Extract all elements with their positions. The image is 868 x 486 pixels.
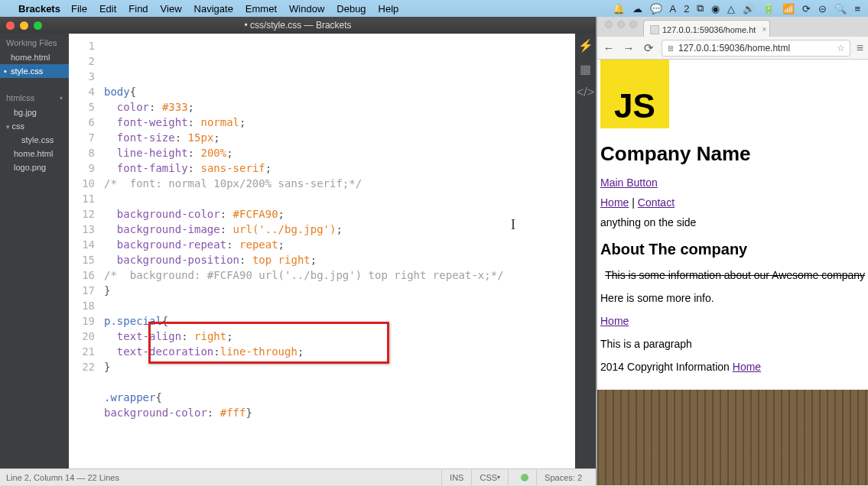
file-style-css[interactable]: style.css xyxy=(0,133,69,147)
url-text: 127.0.0.1:59036/home.html xyxy=(678,43,790,53)
minimize-window-button[interactable] xyxy=(20,21,28,30)
status-spaces[interactable]: Spaces: 2 xyxy=(536,469,590,485)
chrome-window-controls xyxy=(602,21,643,33)
active-line-highlight xyxy=(101,53,575,69)
window-controls xyxy=(0,21,42,30)
dropbox-icon[interactable]: ⧉ xyxy=(697,2,704,15)
working-file-style[interactable]: style.css xyxy=(0,64,69,78)
nav-home-link[interactable]: Home xyxy=(600,196,629,209)
main-button-link[interactable]: Main Button xyxy=(600,177,658,189)
menu-navigate[interactable]: Navigate xyxy=(194,3,233,15)
footer-text: 2014 Copyright Information Home xyxy=(600,361,865,373)
extension-icon[interactable]: ▦ xyxy=(580,62,591,76)
num-icon: 2 xyxy=(684,3,689,15)
chrome-menu-button[interactable]: ≡ xyxy=(857,41,863,55)
browser-tab[interactable]: 127.0.0.1:59036/home.ht × xyxy=(643,20,770,37)
logo-text: JS xyxy=(614,87,655,125)
adobe-icon[interactable]: A xyxy=(670,3,677,15)
wifi-icon[interactable]: 📶 xyxy=(782,3,795,15)
plain-paragraph: This is a paragraph xyxy=(600,338,865,350)
battery-icon[interactable]: 🔋 xyxy=(762,3,775,15)
brackets-titlebar[interactable]: • css/style.css — Brackets xyxy=(0,17,596,34)
folder-css[interactable]: css xyxy=(0,119,69,133)
status-ins[interactable]: INS xyxy=(441,469,471,485)
file-logo-png[interactable]: logo.png xyxy=(0,160,69,174)
chevron-down-icon: ▾ xyxy=(60,95,63,102)
file-home-html[interactable]: home.html xyxy=(0,147,69,160)
strike-paragraph: This is some information about our Aweso… xyxy=(600,269,865,281)
bookmark-star-icon[interactable]: ☆ xyxy=(837,43,845,53)
address-bar[interactable]: 🗎 127.0.0.1:59036/home.html ☆ xyxy=(662,40,850,57)
back-button[interactable]: ← xyxy=(602,41,616,55)
status-indicator xyxy=(508,469,536,485)
menu-emmet[interactable]: Emmet xyxy=(245,3,277,15)
sidebar: Working Files home.html style.css htmlcs… xyxy=(0,34,69,468)
close-window-button[interactable] xyxy=(605,21,613,28)
section-heading: About The company xyxy=(600,241,865,258)
close-window-button[interactable] xyxy=(6,21,15,30)
volume-icon[interactable]: 🔊 xyxy=(743,3,755,15)
cloud-icon[interactable]: ☁ xyxy=(632,3,642,15)
chrome-window: 127.0.0.1:59036/home.ht × ← → ⟳ 🗎 127.0.… xyxy=(597,17,868,485)
page-title: Company Name xyxy=(600,142,865,166)
chrome-tabstrip: 127.0.0.1:59036/home.ht × xyxy=(597,17,868,37)
tab-title: 127.0.0.1:59036/home.ht xyxy=(662,25,756,34)
page-viewport: JS Company Name Main Button Home | Conta… xyxy=(597,60,868,485)
page-content: JS Company Name Main Button Home | Conta… xyxy=(597,60,868,390)
code-area[interactable]: body{ color: #333; font-weight: normal; … xyxy=(101,34,575,468)
menu-edit[interactable]: Edit xyxy=(99,3,116,15)
mac-menubar: Brackets File Edit Find View Navigate Em… xyxy=(0,0,868,17)
forward-button[interactable]: → xyxy=(622,41,636,55)
copyright-text: 2014 Copyright Information xyxy=(600,361,733,373)
menu-window[interactable]: Window xyxy=(289,3,324,15)
dash-icon[interactable]: ⊝ xyxy=(818,3,827,15)
working-files-header[interactable]: Working Files xyxy=(0,34,69,50)
footer-home-link[interactable]: Home xyxy=(733,361,761,373)
chevron-down-icon: ▾ xyxy=(497,474,500,481)
aside-text: anything on the side xyxy=(600,216,865,228)
menu-view[interactable]: View xyxy=(161,3,182,15)
bell-icon[interactable]: 🔔 xyxy=(613,3,625,15)
project-label: htmlcss xyxy=(6,93,34,102)
page-icon: 🗎 xyxy=(667,44,675,53)
line-gutter: 12345678910111213141516171819202122 xyxy=(69,34,101,468)
status-dot-icon xyxy=(521,474,528,481)
bolt-icon[interactable]: ⚡ xyxy=(578,38,593,53)
home-link-2[interactable]: Home xyxy=(600,315,629,327)
window-title: • css/style.css — Brackets xyxy=(244,20,351,31)
tab-close-icon[interactable]: × xyxy=(762,25,766,34)
chrome-toolbar: ← → ⟳ 🗎 127.0.0.1:59036/home.html ☆ ≡ xyxy=(597,37,868,60)
menubar-app-name[interactable]: Brackets xyxy=(18,3,60,15)
working-files-label: Working Files xyxy=(6,38,57,47)
menu-find[interactable]: Find xyxy=(128,3,148,15)
chat-icon[interactable]: 💬 xyxy=(650,3,662,15)
file-bg-jpg[interactable]: bg.jpg xyxy=(0,105,69,119)
menu-icon[interactable]: ≡ xyxy=(854,3,860,15)
right-toolbar: ⚡ ▦ </> xyxy=(575,34,596,468)
circle-icon[interactable]: ◉ xyxy=(711,3,720,15)
spotlight-icon[interactable]: 🔍 xyxy=(834,3,847,15)
code-icon[interactable]: </> xyxy=(577,86,594,99)
status-lang[interactable]: CSS ▾ xyxy=(471,469,508,485)
nav-separator: | xyxy=(632,196,638,209)
working-file-home[interactable]: home.html xyxy=(0,50,69,64)
maximize-window-button[interactable] xyxy=(629,21,637,28)
sync-icon[interactable]: ⟳ xyxy=(802,3,811,15)
menu-file[interactable]: File xyxy=(71,3,87,15)
text-cursor-icon: I xyxy=(511,217,515,233)
code-editor[interactable]: 12345678910111213141516171819202122 body… xyxy=(69,34,575,468)
drive-icon[interactable]: △ xyxy=(727,3,735,15)
maximize-window-button[interactable] xyxy=(34,21,42,30)
logo: JS xyxy=(600,60,669,128)
brackets-window: • css/style.css — Brackets Working Files… xyxy=(0,17,597,485)
minimize-window-button[interactable] xyxy=(617,21,625,28)
statusbar: Line 2, Column 14 — 22 Lines INS CSS ▾ S… xyxy=(0,468,596,485)
more-info-paragraph: Here is some more info. xyxy=(600,292,865,304)
menu-help[interactable]: Help xyxy=(379,3,399,15)
favicon-icon xyxy=(650,25,659,34)
reload-button[interactable]: ⟳ xyxy=(642,41,655,55)
menu-debug[interactable]: Debug xyxy=(336,3,366,15)
nav-contact-link[interactable]: Contact xyxy=(638,196,675,209)
project-header[interactable]: htmlcss ▾ xyxy=(0,89,69,105)
status-position: Line 2, Column 14 — 22 Lines xyxy=(6,473,441,482)
